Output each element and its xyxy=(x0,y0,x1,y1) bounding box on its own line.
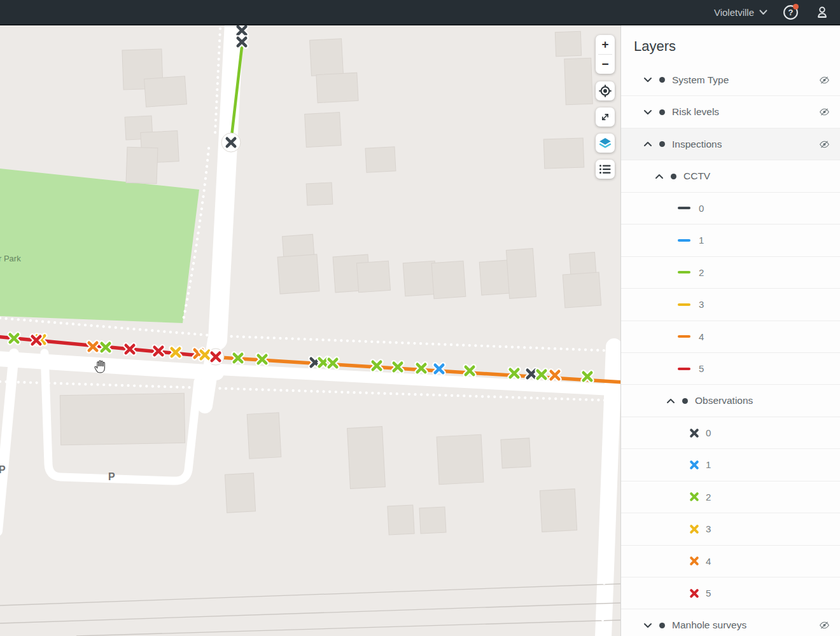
grade-label: 5 xyxy=(699,363,704,374)
chevron-up-icon[interactable] xyxy=(666,398,675,404)
observation-marker[interactable] xyxy=(319,359,327,366)
notification-dot xyxy=(793,4,799,10)
grade-line-swatch xyxy=(678,368,690,370)
building xyxy=(437,434,484,485)
observation-marker[interactable] xyxy=(510,370,518,377)
layer-label: Inspections xyxy=(672,139,722,150)
layer-row-inspections[interactable]: Inspections xyxy=(621,128,840,160)
layer-row-line-4[interactable]: 4 xyxy=(621,321,840,353)
observation-marker[interactable] xyxy=(172,349,179,356)
help-button[interactable]: ? xyxy=(781,3,799,21)
layer-row-system-type[interactable]: System Type xyxy=(621,64,840,96)
locate-button[interactable] xyxy=(596,81,615,100)
visibility-toggle-icon[interactable] xyxy=(819,621,830,630)
building xyxy=(540,489,577,532)
observation-marker[interactable] xyxy=(126,345,134,353)
layer-bullet xyxy=(671,174,676,179)
observation-marker[interactable] xyxy=(551,371,559,379)
layer-label: Manhole surveys xyxy=(672,619,746,631)
fullscreen-button[interactable] xyxy=(596,107,615,127)
user-icon xyxy=(815,5,829,19)
layer-row-line-5[interactable]: 5 xyxy=(621,353,840,385)
grade-line-swatch xyxy=(678,271,690,273)
visibility-toggle-icon[interactable] xyxy=(819,107,830,117)
observation-marker[interactable] xyxy=(394,363,402,371)
observation-marker[interactable] xyxy=(584,373,591,380)
building xyxy=(316,73,358,102)
observation-marker[interactable] xyxy=(212,353,220,361)
observation-marker[interactable] xyxy=(238,38,246,46)
observation-marker[interactable] xyxy=(417,364,425,372)
building xyxy=(126,147,158,184)
observation-marker[interactable] xyxy=(102,343,109,351)
observation-marker[interactable] xyxy=(32,336,40,344)
observation-marker[interactable] xyxy=(234,354,242,362)
observation-marker[interactable] xyxy=(10,335,18,342)
layers-button[interactable] xyxy=(596,134,615,153)
chevron-down-icon[interactable] xyxy=(643,76,652,83)
grade-line-swatch xyxy=(678,303,690,306)
chevron-up-icon[interactable] xyxy=(643,141,652,148)
zoom-control-group: + − xyxy=(596,35,615,74)
chevron-down-icon[interactable] xyxy=(643,622,652,629)
map-canvas[interactable]: r ParkPP + − xyxy=(0,25,620,636)
observation-marker[interactable] xyxy=(258,356,266,363)
layer-row-x-1[interactable]: 1 xyxy=(621,449,840,481)
building xyxy=(563,272,601,308)
observation-marker[interactable] xyxy=(201,351,209,359)
user-button[interactable] xyxy=(813,3,831,21)
layer-row-line-0[interactable]: 0 xyxy=(621,193,840,225)
observation-marker[interactable] xyxy=(538,371,545,378)
layer-row-observations[interactable]: Observations xyxy=(621,385,840,417)
layer-bullet xyxy=(659,141,665,147)
visibility-toggle-icon[interactable] xyxy=(819,75,830,85)
layer-row-x-0[interactable]: 0 xyxy=(621,417,840,449)
building xyxy=(60,393,185,445)
legend-list-button[interactable] xyxy=(596,160,615,179)
building xyxy=(506,249,536,299)
grade-x-swatch xyxy=(689,428,699,438)
layer-row-x-2[interactable]: 2 xyxy=(621,481,840,513)
org-switcher[interactable]: Violetville xyxy=(714,7,767,18)
layer-row-risk-levels[interactable]: Risk levels xyxy=(621,96,840,128)
layer-row-line-2[interactable]: 2 xyxy=(621,257,840,289)
observation-marker[interactable] xyxy=(373,362,381,370)
grade-label: 4 xyxy=(706,556,711,567)
observation-marker[interactable] xyxy=(155,347,162,355)
layer-row-manhole-surveys[interactable]: Manhole surveys xyxy=(621,609,840,636)
observation-marker[interactable] xyxy=(227,139,235,146)
zoom-in-button[interactable]: + xyxy=(596,35,615,54)
layer-row-x-4[interactable]: 4 xyxy=(621,546,840,577)
observation-marker[interactable] xyxy=(528,370,535,378)
layer-row-x-3[interactable]: 3 xyxy=(621,513,840,545)
building xyxy=(144,76,187,107)
grade-label: 0 xyxy=(699,203,704,214)
parking-label: P xyxy=(0,464,6,475)
chevron-up-icon[interactable] xyxy=(655,173,664,180)
observation-marker[interactable] xyxy=(238,27,246,34)
layer-row-cctv[interactable]: CCTV xyxy=(621,160,840,192)
grade-label: 0 xyxy=(706,427,711,438)
building xyxy=(419,507,446,534)
zoom-out-button[interactable]: − xyxy=(596,55,615,74)
grade-x-swatch xyxy=(689,460,699,470)
observation-marker[interactable] xyxy=(89,343,97,350)
park-label: r Park xyxy=(0,254,21,263)
building xyxy=(388,505,414,535)
list-icon xyxy=(599,163,612,175)
visibility-toggle-icon[interactable] xyxy=(819,139,830,149)
observation-marker[interactable] xyxy=(435,365,443,373)
layer-bullet xyxy=(682,398,688,404)
layer-row-x-5[interactable]: 5 xyxy=(621,577,840,609)
layer-row-line-3[interactable]: 3 xyxy=(621,289,840,321)
observation-marker[interactable] xyxy=(329,359,337,367)
grade-label: 3 xyxy=(699,299,704,310)
locate-icon xyxy=(598,84,612,98)
building xyxy=(555,31,581,56)
observation-marker[interactable] xyxy=(466,367,473,375)
layer-row-line-1[interactable]: 1 xyxy=(621,225,840,256)
grade-line-swatch xyxy=(678,207,690,209)
grade-label: 3 xyxy=(706,523,711,534)
chevron-down-icon[interactable] xyxy=(643,109,652,116)
park-area xyxy=(0,169,199,323)
